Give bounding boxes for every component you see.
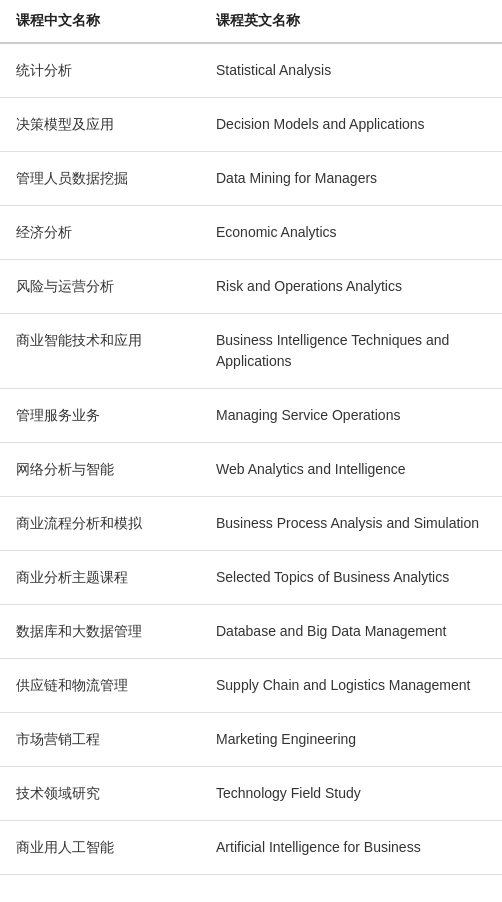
course-english-name: Marketing Engineering — [200, 713, 502, 767]
course-chinese-name: 供应链和物流管理 — [0, 659, 200, 713]
course-english-name: Technology Field Study — [200, 767, 502, 821]
course-chinese-name: 商业分析主题课程 — [0, 551, 200, 605]
course-english-name: Risk and Operations Analytics — [200, 260, 502, 314]
course-chinese-name: 数据库和大数据管理 — [0, 605, 200, 659]
course-english-name: Business Intelligence Techniques and App… — [200, 314, 502, 389]
course-english-name: Statistical Analysis — [200, 43, 502, 98]
header-chinese: 课程中文名称 — [0, 0, 200, 43]
course-english-name: Data Mining for Managers — [200, 152, 502, 206]
course-english-name: Managing Service Operations — [200, 389, 502, 443]
course-chinese-name: 商业智能技术和应用 — [0, 314, 200, 389]
table-row: 技术领域研究Technology Field Study — [0, 767, 502, 821]
course-english-name: Supply Chain and Logistics Management — [200, 659, 502, 713]
course-chinese-name: 技术领域研究 — [0, 767, 200, 821]
course-english-name: Database and Big Data Management — [200, 605, 502, 659]
course-chinese-name: 商业流程分析和模拟 — [0, 497, 200, 551]
course-chinese-name: 经济分析 — [0, 206, 200, 260]
course-english-name: Business Process Analysis and Simulation — [200, 497, 502, 551]
course-table: 课程中文名称 课程英文名称 统计分析Statistical Analysis决策… — [0, 0, 502, 875]
table-row: 商业分析主题课程Selected Topics of Business Anal… — [0, 551, 502, 605]
course-chinese-name: 商业用人工智能 — [0, 821, 200, 875]
course-english-name: Economic Analytics — [200, 206, 502, 260]
course-english-name: Web Analytics and Intelligence — [200, 443, 502, 497]
course-table-container: 课程中文名称 课程英文名称 统计分析Statistical Analysis决策… — [0, 0, 502, 875]
table-row: 经济分析Economic Analytics — [0, 206, 502, 260]
course-english-name: Decision Models and Applications — [200, 98, 502, 152]
table-row: 市场营销工程Marketing Engineering — [0, 713, 502, 767]
table-row: 决策模型及应用Decision Models and Applications — [0, 98, 502, 152]
table-row: 管理服务业务Managing Service Operations — [0, 389, 502, 443]
course-chinese-name: 决策模型及应用 — [0, 98, 200, 152]
course-chinese-name: 管理服务业务 — [0, 389, 200, 443]
table-row: 供应链和物流管理Supply Chain and Logistics Manag… — [0, 659, 502, 713]
table-row: 数据库和大数据管理Database and Big Data Managemen… — [0, 605, 502, 659]
course-english-name: Artificial Intelligence for Business — [200, 821, 502, 875]
course-english-name: Selected Topics of Business Analytics — [200, 551, 502, 605]
course-chinese-name: 管理人员数据挖掘 — [0, 152, 200, 206]
table-row: 风险与运营分析Risk and Operations Analytics — [0, 260, 502, 314]
course-chinese-name: 风险与运营分析 — [0, 260, 200, 314]
table-row: 商业用人工智能Artificial Intelligence for Busin… — [0, 821, 502, 875]
table-row: 管理人员数据挖掘Data Mining for Managers — [0, 152, 502, 206]
table-row: 商业流程分析和模拟Business Process Analysis and S… — [0, 497, 502, 551]
course-chinese-name: 统计分析 — [0, 43, 200, 98]
table-row: 商业智能技术和应用Business Intelligence Technique… — [0, 314, 502, 389]
course-chinese-name: 网络分析与智能 — [0, 443, 200, 497]
table-row: 统计分析Statistical Analysis — [0, 43, 502, 98]
table-header-row: 课程中文名称 课程英文名称 — [0, 0, 502, 43]
course-chinese-name: 市场营销工程 — [0, 713, 200, 767]
header-english: 课程英文名称 — [200, 0, 502, 43]
table-row: 网络分析与智能Web Analytics and Intelligence — [0, 443, 502, 497]
